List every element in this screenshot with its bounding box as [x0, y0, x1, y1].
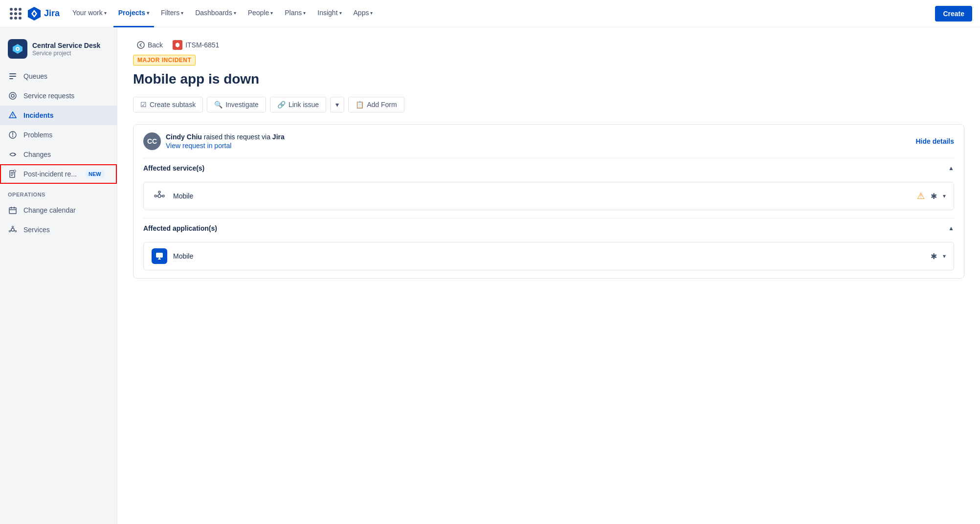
create-subtask-button[interactable]: ☑ Create subtask: [133, 97, 203, 112]
asterisk-icon[interactable]: ✱: [931, 192, 937, 201]
chevron-down-icon: ▾: [270, 10, 273, 16]
sidebar: Central Service Desk Service project Que…: [0, 27, 117, 524]
chevron-down-icon: ▾: [303, 10, 306, 16]
logo-text: Jira: [44, 8, 60, 19]
sidebar-item-incidents[interactable]: Incidents: [0, 106, 117, 125]
svg-point-20: [12, 226, 14, 228]
warning-icon: ⚠: [917, 191, 925, 201]
expand-icon[interactable]: ▾: [943, 193, 946, 199]
hide-details-link[interactable]: Hide details: [915, 137, 954, 145]
nav-dashboards[interactable]: Dashboards ▾: [190, 0, 241, 27]
back-arrow-icon: [137, 41, 145, 49]
services-icon: [8, 225, 18, 235]
svg-point-27: [158, 195, 161, 197]
top-navigation: Jira Your work ▾ Projects ▾ Filters ▾ Da…: [0, 0, 980, 27]
app-icon: [152, 248, 167, 264]
incidents-icon: [8, 110, 18, 120]
search-icon: 🔍: [214, 101, 223, 109]
asterisk-icon[interactable]: ✱: [931, 252, 937, 261]
more-actions-button[interactable]: ▾: [330, 97, 344, 112]
link-icon: 🔗: [277, 101, 286, 109]
avatar: CC: [143, 132, 161, 150]
sidebar-item-changes[interactable]: Changes: [0, 145, 117, 164]
post-incident-icon: [8, 169, 18, 179]
sidebar-item-service-requests[interactable]: Service requests: [0, 86, 117, 106]
grid-menu-icon[interactable]: [8, 6, 23, 22]
nav-plans[interactable]: Plans ▾: [280, 0, 311, 27]
operations-section-header: OPERATIONS: [0, 184, 117, 200]
svg-point-29: [162, 195, 164, 197]
nav-projects[interactable]: Projects ▾: [113, 0, 154, 27]
app-item-right: ✱ ▾: [931, 252, 946, 261]
requestor-section: CC Cindy Chiu raised this request via Ji…: [134, 125, 964, 158]
issue-title: Mobile app is down: [133, 71, 964, 87]
affected-applications-header: Affected application(s) ▲: [143, 218, 954, 238]
svg-point-3: [9, 92, 16, 99]
sidebar-item-change-calendar[interactable]: Change calendar: [0, 200, 117, 220]
sidebar-item-queues[interactable]: Queues: [0, 66, 117, 86]
chevron-down-icon: ▾: [234, 10, 236, 16]
svg-rect-11: [11, 172, 14, 173]
svg-rect-1: [9, 76, 16, 77]
nav-people[interactable]: People ▾: [243, 0, 278, 27]
application-item-mobile: Mobile ✱ ▾: [143, 242, 954, 270]
svg-rect-12: [11, 174, 14, 175]
nav-filters[interactable]: Filters ▾: [156, 0, 188, 27]
create-button[interactable]: Create: [935, 6, 972, 22]
major-incident-badge: MAJOR INCIDENT: [133, 55, 196, 66]
chevron-down-icon: ▾: [335, 101, 339, 109]
sidebar-item-post-incident[interactable]: Post-incident re... NEW: [0, 164, 117, 184]
chevron-down-icon: ▾: [147, 10, 149, 16]
back-button[interactable]: Back: [133, 39, 167, 51]
view-portal-link[interactable]: View request in portal: [166, 142, 285, 150]
sidebar-item-problems[interactable]: Problems: [0, 125, 117, 145]
chevron-down-icon: ▾: [104, 10, 107, 16]
svg-point-6: [12, 116, 13, 117]
project-icon: [8, 39, 27, 59]
affected-services-section: Affected service(s) ▲: [134, 158, 964, 218]
service-requests-icon: [8, 91, 18, 101]
svg-rect-2: [9, 78, 13, 79]
service-item-right: ⚠ ✱ ▾: [917, 191, 946, 201]
chevron-down-icon: ▾: [370, 10, 373, 16]
issue-id-badge: ITSM-6851: [173, 40, 219, 50]
nav-your-work[interactable]: Your work ▾: [67, 0, 111, 27]
app-item-left: Mobile: [152, 248, 193, 264]
link-issue-button[interactable]: 🔗 Link issue: [270, 97, 326, 112]
action-bar: ☑ Create subtask 🔍 Investigate 🔗 Link is…: [133, 97, 964, 112]
requestor-row: CC Cindy Chiu raised this request via Ji…: [143, 132, 285, 150]
svg-point-22: [9, 231, 11, 232]
detail-card: CC Cindy Chiu raised this request via Ji…: [133, 124, 964, 279]
requestor-text: Cindy Chiu raised this request via Jira: [166, 133, 285, 141]
new-badge: NEW: [86, 170, 104, 178]
app-layout: Central Service Desk Service project Que…: [0, 27, 980, 524]
sidebar-item-services[interactable]: Services: [0, 220, 117, 240]
project-type: Service project: [32, 50, 100, 57]
service-item-left: Mobile: [152, 188, 193, 204]
jira-logo[interactable]: Jira: [27, 7, 60, 21]
nav-apps[interactable]: Apps ▾: [349, 0, 378, 27]
problems-icon: [8, 130, 18, 140]
project-info: Central Service Desk Service project: [32, 41, 100, 57]
svg-point-26: [137, 42, 144, 48]
svg-rect-0: [9, 73, 16, 74]
calendar-icon: [8, 205, 18, 215]
svg-rect-13: [11, 175, 13, 176]
chevron-up-icon[interactable]: ▲: [948, 165, 954, 172]
add-form-button[interactable]: 📋 Add Form: [348, 97, 404, 112]
affected-services-header: Affected service(s) ▲: [143, 158, 954, 178]
svg-point-30: [158, 191, 160, 193]
affected-applications-section: Affected application(s) ▲ Mobile: [134, 218, 964, 278]
requestor-info: Cindy Chiu raised this request via Jira …: [166, 133, 285, 150]
svg-rect-15: [9, 208, 16, 214]
chevron-down-icon: ▾: [339, 10, 342, 16]
chevron-up-icon[interactable]: ▲: [948, 225, 954, 232]
checkbox-icon: ☑: [140, 101, 147, 109]
svg-point-28: [155, 195, 156, 197]
project-header: Central Service Desk Service project: [0, 35, 117, 66]
expand-icon[interactable]: ▾: [943, 253, 946, 260]
svg-point-4: [11, 94, 14, 97]
nav-insight[interactable]: Insight ▾: [312, 0, 346, 27]
svg-point-19: [11, 228, 14, 231]
investigate-button[interactable]: 🔍 Investigate: [207, 97, 266, 112]
